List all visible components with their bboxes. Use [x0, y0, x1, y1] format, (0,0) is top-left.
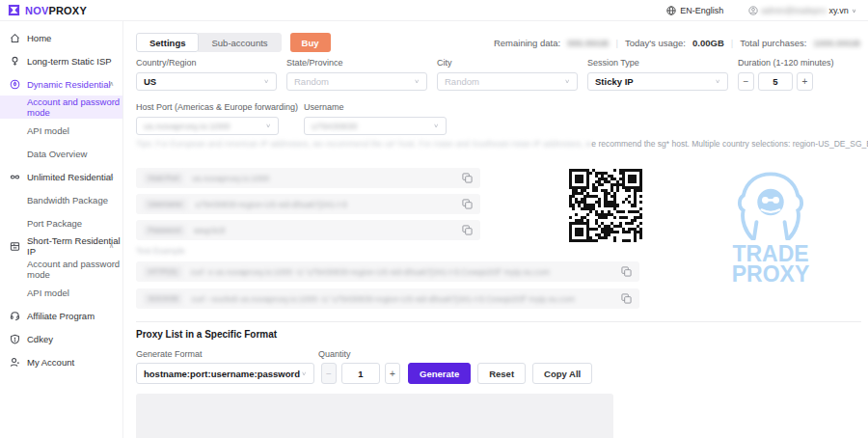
watermark-line2: PROXY	[717, 264, 825, 285]
account-email-visible: xy.vn	[829, 6, 849, 15]
example-command: curl --socks5 us.novaproxy.io:1000 -U 'u…	[191, 294, 621, 304]
example-chip: SOCKS5	[144, 293, 182, 305]
field-state: State/Province Random ∨	[286, 58, 427, 91]
sidebar-item-dynamic-residential[interactable]: Dynamic Residential ∧	[0, 72, 122, 96]
host-row: Host Port (Americas & Europe forwarding)…	[136, 102, 447, 135]
copy-icon[interactable]	[621, 293, 632, 304]
copy-icon[interactable]	[462, 225, 473, 235]
sidebar-item-account-password-mode[interactable]: Account and password mode	[0, 96, 122, 119]
collapse-chevron-icon[interactable]: ∧	[109, 173, 114, 180]
copy-icon[interactable]	[462, 199, 473, 209]
account-menu[interactable]: admin@tradeproxy.vn ∨	[748, 6, 856, 15]
buy-button[interactable]: Buy	[290, 33, 331, 52]
tips-text: Tips: For European and American IP addre…	[136, 139, 868, 149]
remaining-data-value: 555.55GB	[567, 38, 609, 48]
duration-plus-button[interactable]: +	[797, 72, 813, 91]
quantity-input[interactable]	[341, 363, 380, 384]
sidebar-item-api-model-2[interactable]: API model	[0, 281, 122, 304]
sidebar-item-account-password-mode-2[interactable]: Account and password mode	[0, 258, 122, 281]
generate-format-label: Generate Format	[136, 349, 203, 359]
total-purchases-value: 1000.00GB	[813, 38, 860, 48]
proxy-list-heading: Proxy List in a Specific Format	[136, 329, 277, 340]
generate-button[interactable]: Generate	[408, 363, 471, 384]
sidebar-item-port-package[interactable]: Port Package	[0, 211, 122, 234]
brand-name: NOVPROXY	[25, 5, 87, 16]
credential-chip: Host Port	[144, 173, 183, 184]
field-session-type: Session Type Sticky IP ∨	[587, 58, 728, 91]
tab-sub-accounts[interactable]: Sub-accounts	[198, 33, 281, 52]
language-selector[interactable]: EN-English	[666, 6, 723, 15]
chevron-down-icon: ∨	[265, 123, 271, 128]
infinity-icon	[10, 172, 20, 182]
sidebar-item-longterm-static-isp[interactable]: Long-term Static ISP	[0, 49, 122, 72]
user-circle-icon	[748, 6, 758, 15]
credential-value: u79430830-region-US-sid-d0ua67j341-t-5	[196, 200, 462, 209]
chevron-down-icon: ∨	[263, 78, 269, 84]
country-select[interactable]: US ∨	[136, 72, 277, 91]
example-command: curl -x us.novaproxy.io:1000 -U 'u794308…	[191, 267, 621, 277]
sidebar-item-home[interactable]: Home	[0, 26, 122, 49]
reset-button[interactable]: Reset	[477, 363, 526, 384]
duration-minus-button[interactable]: −	[738, 72, 754, 91]
state-select[interactable]: Random ∨	[286, 72, 427, 91]
top-header: NOVPROXY EN-English admin@tradeproxy.vn …	[0, 0, 868, 21]
credential-row-password: Password wsqcls3l	[136, 220, 480, 240]
sidebar-item-cdkey[interactable]: Cdkey	[0, 327, 122, 350]
collapse-chevron-icon[interactable]: ∧	[109, 242, 114, 250]
account-email-redacted: admin@tradepro	[761, 6, 826, 15]
collapse-chevron-icon[interactable]: ∧	[109, 80, 114, 88]
copy-icon[interactable]	[621, 266, 632, 277]
qr-code	[569, 169, 642, 242]
format-select[interactable]: hostname:port:username:password ∨	[136, 363, 314, 384]
host-port-select[interactable]: us.novaproxy.io:1000 ∨	[136, 117, 279, 135]
sidebar-nav: Home Long-term Static ISP Dynamic Reside…	[0, 21, 123, 438]
credential-chip: Password	[144, 225, 185, 236]
chevron-down-icon: ∨	[564, 78, 570, 84]
credential-row-hostport: Host Port us.novaproxy.io:1000	[136, 168, 480, 188]
home-icon	[10, 33, 20, 43]
pin-icon	[10, 56, 20, 67]
globe-icon	[666, 6, 676, 15]
sidebar-item-shortterm-residential-ip[interactable]: Short-Term Residential IP ∧	[0, 234, 122, 258]
sidebar-item-data-overview[interactable]: Data Overview	[0, 142, 122, 165]
field-host-port: Host Port (Americas & Europe forwarding)…	[136, 102, 298, 135]
tab-bar: Settings Sub-accounts Buy	[136, 33, 331, 52]
sidebar-item-my-account[interactable]: My Account	[0, 350, 122, 373]
sidebar-item-unlimited-residential[interactable]: Unlimited Residential ∧	[0, 165, 122, 188]
watermark-line1: TRADE	[717, 244, 825, 264]
duration-stepper: − +	[738, 72, 834, 91]
credential-row-username: Username u79430830-region-US-sid-d0ua67j…	[136, 194, 480, 214]
headset-icon	[10, 311, 20, 321]
remaining-data-label: Remaining data:	[494, 38, 560, 48]
field-country: Country/Region US ∨	[136, 58, 277, 91]
chevron-down-icon: ∨	[433, 123, 439, 128]
quantity-minus-button[interactable]: −	[321, 363, 337, 384]
tab-settings[interactable]: Settings	[136, 33, 199, 52]
duration-input[interactable]	[758, 72, 793, 91]
chevron-down-icon: ∨	[301, 370, 307, 376]
field-city: City Random ∨	[437, 58, 578, 91]
sidebar-item-bandwidth-package[interactable]: Bandwidth Package	[0, 188, 122, 211]
hooded-figure-icon	[729, 171, 812, 240]
copy-icon[interactable]	[462, 173, 473, 183]
main-panel: Settings Sub-accounts Buy Remaining data…	[124, 21, 868, 438]
drop-icon	[10, 79, 20, 90]
generate-controls: hostname:port:username:password ∨ − + Ge…	[136, 363, 592, 384]
shield-icon	[10, 334, 20, 344]
usage-stats: Remaining data: 555.55GB | Today's usage…	[494, 38, 860, 48]
proxy-list-output[interactable]	[136, 394, 613, 438]
sidebar-item-api-model[interactable]: API model	[0, 119, 122, 142]
grid-icon	[10, 241, 20, 252]
language-label: EN-English	[680, 6, 723, 15]
example-row-https: HTTP(S) curl -x us.novaproxy.io:1000 -U …	[136, 261, 639, 282]
sidebar-item-affiliate-program[interactable]: Affiliate Program	[0, 304, 122, 327]
city-select[interactable]: Random ∨	[437, 72, 578, 91]
session-type-select[interactable]: Sticky IP ∨	[587, 72, 728, 91]
chevron-down-icon: ∨	[852, 7, 856, 13]
credential-value: us.novaproxy.io:1000	[192, 174, 462, 183]
copy-all-button[interactable]: Copy All	[532, 363, 592, 384]
username-select[interactable]: u79430830 ∨	[304, 117, 447, 135]
novproxy-logo-icon	[8, 4, 20, 16]
watermark: TRADE PROXY	[717, 171, 825, 285]
quantity-plus-button[interactable]: +	[385, 363, 400, 384]
